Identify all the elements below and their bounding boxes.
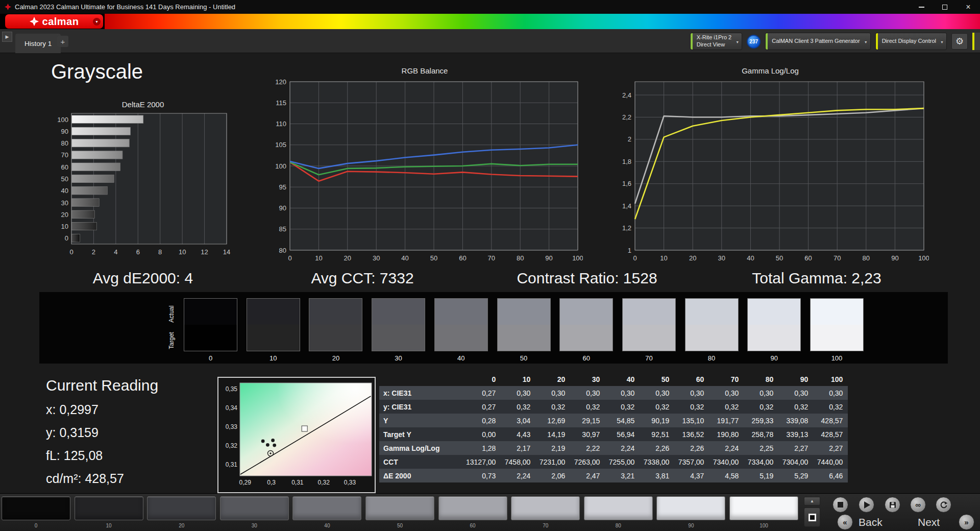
- brand-strip: calman ▼: [0, 14, 980, 29]
- patch-button-40[interactable]: [292, 496, 361, 520]
- stop-button[interactable]: [832, 497, 848, 513]
- swatch-target: [184, 325, 237, 351]
- table-cell: 190,80: [709, 427, 744, 441]
- x-tick-label: 100: [918, 254, 929, 262]
- title-bar: Calman 2023 Calman Ultimate for Business…: [0, 0, 980, 14]
- table-cell: 7340,00: [709, 455, 744, 469]
- patch-button-30[interactable]: [220, 496, 289, 520]
- table-cell: 0,30: [501, 386, 535, 400]
- clipped-toolbar-button[interactable]: [972, 33, 980, 50]
- x-tick-label: 10: [315, 254, 322, 262]
- table-cell: 0,30: [674, 386, 709, 400]
- x-tick-label: 0: [288, 254, 291, 262]
- patch-button-90[interactable]: [656, 496, 725, 520]
- swatch-level-label: 70: [622, 354, 676, 362]
- calman-logo[interactable]: calman ▼: [5, 14, 103, 29]
- x-tick-label: 60: [804, 254, 812, 262]
- patch-button-80[interactable]: [584, 496, 653, 520]
- logo-menu-caret[interactable]: ▼: [93, 18, 101, 26]
- add-tab-button[interactable]: +: [57, 36, 68, 47]
- stat-total-gamma: Total Gamma: 2,23: [709, 270, 924, 287]
- link-button[interactable]: ∞: [910, 497, 926, 513]
- table-cell: 12,69: [535, 414, 570, 427]
- patch-level-label: 50: [365, 523, 434, 528]
- table-cell: 3,04: [501, 414, 535, 427]
- settings-button[interactable]: ⚙: [951, 33, 968, 50]
- table-cell: 0,28: [466, 414, 501, 427]
- swatch-actual: [435, 299, 487, 325]
- play-button[interactable]: [859, 497, 874, 513]
- column-header-40: 40: [605, 372, 640, 386]
- table-header-row: 0102030405060708090100: [379, 372, 848, 386]
- grayscale-swatch-50: [497, 298, 551, 351]
- x-tick-label: 8: [158, 248, 162, 256]
- swatch-level-label: 40: [434, 354, 488, 362]
- measurement-point: [273, 444, 276, 447]
- x-tick-label: 30: [373, 254, 380, 262]
- table-cell: 7263,00: [570, 455, 605, 469]
- close-button[interactable]: ×: [957, 0, 980, 14]
- table-cell: 2,17: [501, 441, 535, 455]
- pattern-generator-button[interactable]: CalMAN Client 3 Pattern Generator ▼: [765, 33, 870, 50]
- patch-button-60[interactable]: [438, 496, 507, 520]
- next-label[interactable]: Next: [918, 516, 940, 528]
- tab-history-1[interactable]: History 1: [15, 34, 61, 53]
- back-label[interactable]: Back: [859, 516, 883, 528]
- table-cell: 0,30: [744, 386, 778, 400]
- y-tick-label: 40: [61, 187, 68, 195]
- x-tick-label: 80: [517, 254, 524, 262]
- next-button[interactable]: »: [959, 514, 974, 530]
- cie-chart-svg: 0,350,340,330,320,310,290,30,310,320,33: [218, 378, 375, 492]
- y-tick-label: 0,31: [226, 461, 238, 468]
- x-tick-label: 100: [572, 254, 583, 262]
- table-cell: 7304,00: [778, 455, 813, 469]
- table-cell: 339,13: [778, 427, 813, 441]
- patch-level-label: 20: [147, 523, 216, 528]
- table-cell: 14,19: [535, 427, 570, 441]
- meter-selector-button[interactable]: X-Rite i1Pro 2 Direct View ▼: [690, 33, 742, 50]
- pattern-generator-label: CalMAN Client 3 Pattern Generator: [772, 38, 860, 45]
- rgb-balance-chart-title: RGB Balance: [266, 66, 583, 78]
- maximize-button[interactable]: [933, 0, 957, 14]
- table-cell: 7357,00: [674, 455, 709, 469]
- patch-button-10[interactable]: [75, 496, 143, 520]
- refresh-button[interactable]: [936, 497, 951, 513]
- y-tick-label: 1,4: [622, 202, 631, 210]
- x-tick-label: 50: [430, 254, 437, 262]
- table-cell: 4,43: [501, 427, 535, 441]
- back-button[interactable]: «: [837, 514, 853, 530]
- x-tick-label: 20: [689, 254, 696, 262]
- display-control-button[interactable]: Direct Display Control ▼: [875, 33, 947, 50]
- y-tick-label: 60: [61, 163, 68, 171]
- swatch-level-label: 10: [247, 354, 300, 362]
- save-icon: [889, 501, 897, 509]
- patch-button-100[interactable]: [729, 496, 798, 520]
- patch-button-0[interactable]: [2, 496, 70, 520]
- swatch-actual: [498, 299, 550, 325]
- measurement-point: [271, 439, 275, 442]
- pattern-window-button[interactable]: [804, 508, 820, 527]
- expand-panel-button[interactable]: ▲: [804, 497, 820, 505]
- minimize-button[interactable]: [910, 0, 933, 14]
- gamma-line-chart: 010203040506070809010011,21,41,61,822,22…: [611, 78, 929, 266]
- table-cell: 0,32: [501, 400, 535, 414]
- table-cell: 0,30: [778, 386, 813, 400]
- table-cell: 13127,00: [466, 455, 501, 469]
- patch-button-20[interactable]: [147, 496, 216, 520]
- grayscale-swatch-40: [434, 298, 488, 351]
- meter-count-badge[interactable]: 237: [747, 35, 761, 49]
- save-button[interactable]: [885, 497, 900, 513]
- current-reading-fl: fL: 125,08: [46, 448, 158, 463]
- grayscale-swatch-100: [810, 298, 864, 351]
- patch-button-70[interactable]: [511, 496, 580, 520]
- table-corner-cell: [379, 372, 466, 386]
- patch-level-label: 60: [438, 523, 507, 528]
- x-tick-label: 70: [834, 254, 841, 262]
- workflow-collapse-handle[interactable]: ▶: [2, 32, 12, 42]
- stop-icon: [838, 502, 843, 508]
- swatch-actual: [309, 299, 362, 325]
- current-reading-x: x: 0,2997: [46, 402, 158, 417]
- chevron-down-icon: ▼: [940, 40, 944, 45]
- patch-button-50[interactable]: [365, 496, 434, 520]
- swatch-level-label: 0: [184, 354, 237, 362]
